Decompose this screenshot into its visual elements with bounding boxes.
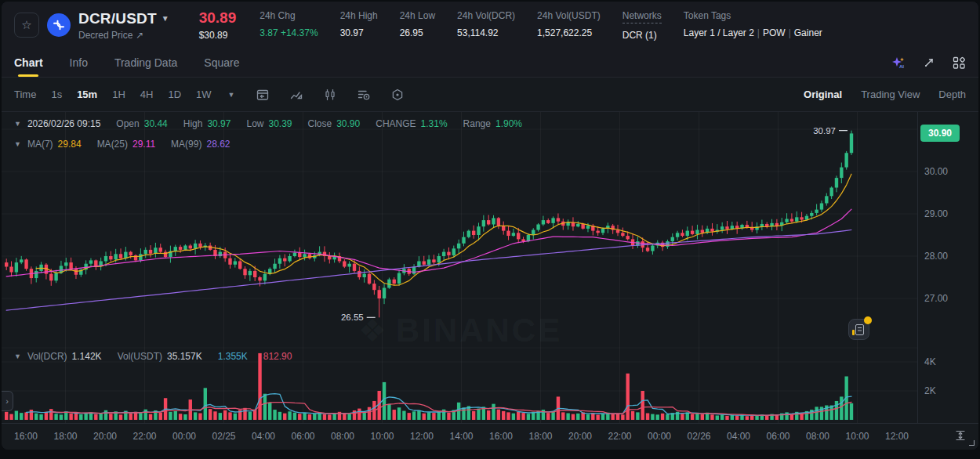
open-value: 30.44 xyxy=(144,118,168,129)
time-tick: 06:00 xyxy=(766,431,789,442)
candlestick-chart[interactable]: 30.9726.55 xyxy=(2,112,978,423)
collapse-ohlc-icon[interactable]: ▼ xyxy=(14,120,21,128)
ma99-value: 28.62 xyxy=(206,139,230,150)
svg-text:26.55: 26.55 xyxy=(341,313,364,322)
interval-15m[interactable]: 15m xyxy=(77,89,97,100)
indicators-icon[interactable] xyxy=(358,89,370,101)
external-link-icon: ↗ xyxy=(136,30,143,41)
chart-style-icon[interactable] xyxy=(290,89,303,101)
interval-dropdown-icon[interactable]: ▼ xyxy=(228,91,235,99)
symbol-subtitle[interactable]: Decred Price ↗ xyxy=(78,30,169,41)
auto-fit-icon[interactable] xyxy=(953,428,967,443)
stat-24h-low: 24h Low 26.95 xyxy=(400,10,435,41)
star-icon: ☆ xyxy=(21,18,31,32)
usd-price: $30.89 xyxy=(199,30,237,41)
symbol-header: ☆ DCR/USDT ▼ Decred Price ↗ 30.89 $30.89… xyxy=(2,2,978,49)
ai-sparkle-icon[interactable]: AI xyxy=(891,56,906,70)
stat-token-tags: Token Tags Layer 1 / Layer 2|POW|Gainer xyxy=(684,10,822,41)
favorite-button[interactable]: ☆ xyxy=(14,13,39,38)
svg-text:AI: AI xyxy=(899,64,904,69)
time-tick: 10:00 xyxy=(845,431,869,442)
tab-info[interactable]: Info xyxy=(70,49,88,77)
interval-1s[interactable]: 1s xyxy=(51,89,62,100)
time-tick: 14:00 xyxy=(449,431,473,442)
volume-legend: ▼ Vol(DCR)1.142K Vol(USDT)35.157K 1.355K… xyxy=(14,351,292,362)
vol-dcr-value: 1.142K xyxy=(72,351,102,362)
stat-24h-vol-usdt: 24h Vol(USDT) 1,527,622.25 xyxy=(537,10,601,41)
tag-gainer[interactable]: Gainer xyxy=(794,27,822,38)
time-tick: 20:00 xyxy=(93,431,117,442)
expand-icon[interactable] xyxy=(923,56,935,69)
price-axis-border xyxy=(917,112,918,423)
news-marker[interactable] xyxy=(848,319,869,340)
tab-chart[interactable]: Chart xyxy=(14,49,43,77)
chart-settings-icon[interactable] xyxy=(391,89,404,101)
price-tick: 27.00 xyxy=(924,293,948,304)
pane-expand-button[interactable]: › xyxy=(2,391,13,411)
ma7-value: 29.84 xyxy=(58,139,82,150)
time-tick: 22:00 xyxy=(608,431,631,442)
chevron-down-icon[interactable]: ▼ xyxy=(162,14,169,23)
symbol-name[interactable]: DCR/USDT xyxy=(78,10,157,27)
ma-legend: ▼ MA(7)29.84 MA(25)29.11 MA(99)28.62 xyxy=(14,139,230,150)
last-price: 30.89 xyxy=(199,9,237,27)
vol-usdt-value: 35.157K xyxy=(167,351,202,362)
tab-trading-data[interactable]: Trading Data xyxy=(114,49,177,77)
interval-1w[interactable]: 1W xyxy=(196,89,212,100)
volume-tick: 4K xyxy=(924,356,936,367)
price-tick: 29.00 xyxy=(924,208,948,219)
time-tick: 12:00 xyxy=(410,431,434,442)
low-value: 30.39 xyxy=(268,118,292,129)
tag-pow[interactable]: POW xyxy=(763,27,786,38)
tab-square[interactable]: Square xyxy=(204,49,239,77)
symbol-block: DCR/USDT ▼ Decred Price ↗ xyxy=(78,10,169,41)
stat-networks: Networks DCR (1) xyxy=(622,10,662,41)
stat-24h-chg: 24h Chg 3.87 +14.37% xyxy=(260,10,318,41)
close-value: 30.90 xyxy=(336,118,360,129)
svg-text:30.97: 30.97 xyxy=(813,126,836,136)
chart-canvas[interactable]: ❖ BINANCE 30.9726.55 ▼ 2026/02/26 09:15 … xyxy=(2,112,978,450)
collapse-ma-icon[interactable]: ▼ xyxy=(14,140,21,148)
high-value: 30.97 xyxy=(207,118,230,129)
vol-ma5-value: 1.355K xyxy=(218,351,248,362)
time-tick: 04:00 xyxy=(252,431,275,442)
stat-24h-vol-dcr: 24h Vol(DCR) 53,114.92 xyxy=(457,10,515,41)
time-tick: 18:00 xyxy=(53,431,77,442)
time-label[interactable]: Time xyxy=(14,89,36,100)
price-tick: 30.00 xyxy=(924,166,948,177)
news-doc-icon xyxy=(855,324,864,335)
time-tick: 02/25 xyxy=(212,431,235,442)
interval-1d[interactable]: 1D xyxy=(168,89,181,100)
range-value: 1.90% xyxy=(495,118,522,129)
ohlc-legend: ▼ 2026/02/26 09:15 Open30.44 High30.97 L… xyxy=(14,118,522,129)
time-tick: 02/26 xyxy=(687,431,710,442)
time-tick: 18:00 xyxy=(528,431,552,442)
notification-dot xyxy=(864,316,872,324)
view-depth[interactable]: Depth xyxy=(938,89,966,100)
collapse-volume-icon[interactable]: ▼ xyxy=(14,352,21,360)
chart-toolbar: Time 1s 15m 1H 4H 1D 1W ▼ xyxy=(2,78,978,112)
time-tick: 16:00 xyxy=(489,431,513,442)
change-value: 1.31% xyxy=(421,118,448,129)
candlestick-icon[interactable] xyxy=(324,89,336,101)
time-tick: 06:00 xyxy=(291,431,314,442)
tag-layer1-layer2[interactable]: Layer 1 / Layer 2 xyxy=(684,27,754,38)
view-tradingview[interactable]: Trading View xyxy=(861,89,920,100)
view-original[interactable]: Original xyxy=(804,89,842,100)
corner-resize-handle[interactable] xyxy=(969,440,975,446)
stats-strip: 24h Chg 3.87 +14.37% 24h High 30.97 24h … xyxy=(260,10,822,41)
layout-grid-icon[interactable] xyxy=(953,56,966,70)
time-tick: 10:00 xyxy=(370,431,394,442)
time-tick: 12:00 xyxy=(885,431,909,442)
price-block: 30.89 $30.89 xyxy=(199,9,237,41)
candle-datetime: 2026/02/26 09:15 xyxy=(27,118,100,129)
date-range-icon[interactable] xyxy=(256,89,269,101)
time-tick: 08:00 xyxy=(806,431,829,442)
time-axis[interactable]: 16:0018:0020:0022:0000:0002/2504:0006:00… xyxy=(2,423,978,450)
time-tick: 00:00 xyxy=(172,431,196,442)
interval-1h[interactable]: 1H xyxy=(112,89,125,100)
stat-24h-high: 24h High 30.97 xyxy=(340,10,378,41)
interval-4h[interactable]: 4H xyxy=(140,89,154,100)
trading-widget: ☆ DCR/USDT ▼ Decred Price ↗ 30.89 $30.89… xyxy=(2,2,978,450)
decred-logo-icon xyxy=(47,13,71,37)
